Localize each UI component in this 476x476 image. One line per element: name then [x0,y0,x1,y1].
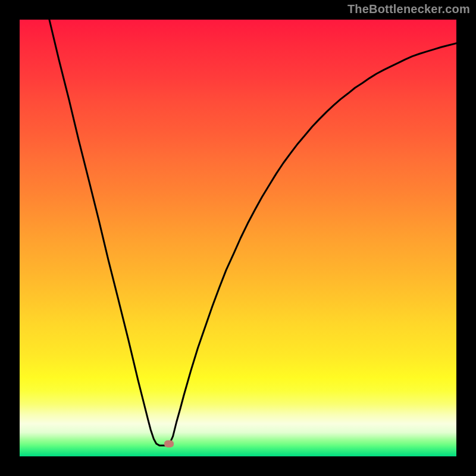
optimal-point-marker [164,440,174,447]
plot-area [20,20,456,456]
chart-frame: TheBottlenecker.com [0,0,476,476]
bottleneck-curve [20,20,456,456]
attribution-text: TheBottlenecker.com [347,2,470,16]
